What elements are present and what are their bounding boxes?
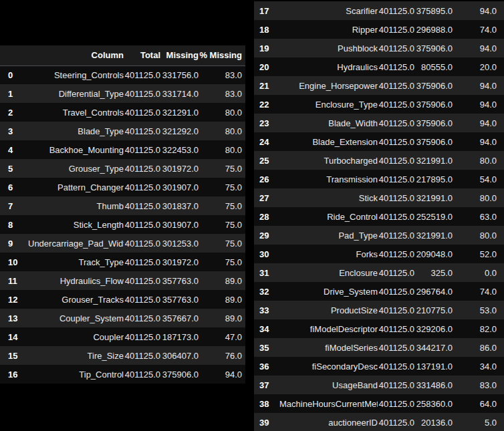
cell-total: 401125.0 <box>378 376 414 394</box>
table-row: 3Blade_Type401125.0321292.080.0 <box>0 122 245 140</box>
cell-pct-missing: 47.0 <box>199 327 245 346</box>
cell-total: 401125.0 <box>378 188 414 207</box>
header-total: Total <box>124 45 160 65</box>
table-row: 16Tip_Control401125.0375906.094.0 <box>0 365 245 384</box>
table-row: 21Engine_Horsepower401125.0375906.094.0 <box>254 76 504 95</box>
cell-total: 401125.0 <box>378 319 414 338</box>
row-index: 3 <box>0 122 28 140</box>
row-index: 4 <box>0 140 28 159</box>
cell-missing: 20136.0 <box>414 413 453 431</box>
table-row: 38MachineHoursCurrentMeter401125.0258360… <box>254 394 504 413</box>
row-index: 27 <box>254 188 279 207</box>
cell-column: Blade_Type <box>28 122 124 140</box>
table-row: 14Coupler401125.0187173.047.0 <box>0 327 245 346</box>
cell-pct-missing: 82.0 <box>453 319 504 338</box>
table-row: 35fiModelSeries401125.0344217.086.0 <box>254 338 504 357</box>
table-row: 29Pad_Type401125.0321991.080.0 <box>254 226 504 245</box>
cell-total: 401125.0 <box>378 39 414 57</box>
cell-missing: 301907.0 <box>160 215 199 234</box>
cell-total: 401125.0 <box>378 95 414 114</box>
cell-missing: 80555.0 <box>414 57 453 76</box>
cell-total: 401125.0 <box>124 140 160 159</box>
cell-column: Forks <box>279 245 378 263</box>
cell-column: Hydraulics_Flow <box>28 271 124 290</box>
cell-column: Enclosure_Type <box>279 95 378 114</box>
cell-pct-missing: 75.0 <box>199 215 245 234</box>
table-header: Column Total Missing % Missing <box>0 45 245 65</box>
cell-pct-missing: 53.0 <box>453 301 504 319</box>
table-row: 22Enclosure_Type401125.0375906.094.0 <box>254 95 504 114</box>
row-index: 28 <box>254 207 279 226</box>
row-index: 38 <box>254 394 279 413</box>
row-index: 13 <box>0 309 28 327</box>
cell-pct-missing: 75.0 <box>199 159 245 178</box>
table-row: 12Grouser_Tracks401125.0357763.089.0 <box>0 290 245 309</box>
cell-missing: 375906.0 <box>414 132 453 151</box>
cell-total: 401125.0 <box>124 159 160 178</box>
cell-pct-missing: 75.0 <box>199 196 245 215</box>
cell-pct-missing: 86.0 <box>453 338 504 357</box>
row-index: 29 <box>254 226 279 245</box>
row-index: 5 <box>0 159 28 178</box>
table-row: 24Blade_Extension401125.0375906.094.0 <box>254 132 504 151</box>
row-index: 26 <box>254 170 279 188</box>
cell-missing: 375906.0 <box>414 39 453 57</box>
row-index: 6 <box>0 178 28 196</box>
table-row: 30Forks401125.0209048.052.0 <box>254 245 504 263</box>
row-index: 11 <box>0 271 28 290</box>
cell-column: Stick_Length <box>28 215 124 234</box>
row-index: 19 <box>254 39 279 57</box>
table-row: 27Stick401125.0321991.080.0 <box>254 188 504 207</box>
table-row: 2Travel_Controls401125.0321291.080.0 <box>0 103 245 122</box>
row-index: 32 <box>254 282 279 301</box>
table-body-left: 0Steering_Controls401125.0331756.083.01D… <box>0 65 245 384</box>
table-body-right: 17Scarifier401125.0375895.094.018Ripper4… <box>254 1 504 431</box>
cell-missing: 321991.0 <box>414 188 453 207</box>
cell-pct-missing: 94.0 <box>453 95 504 114</box>
cell-pct-missing: 89.0 <box>199 290 245 309</box>
cell-pct-missing: 64.0 <box>453 394 504 413</box>
cell-missing: 187173.0 <box>160 327 199 346</box>
cell-total: 401125.0 <box>124 215 160 234</box>
cell-missing: 375906.0 <box>160 365 199 384</box>
cell-total: 401125.0 <box>124 178 160 196</box>
cell-pct-missing: 74.0 <box>453 282 504 301</box>
cell-total: 401125.0 <box>124 122 160 140</box>
row-index: 8 <box>0 215 28 234</box>
cell-column: fiSecondaryDesc <box>279 357 378 376</box>
missing-values-table-left: Column Total Missing % Missing 0Steering… <box>0 45 245 384</box>
dataframe-panel-left: Column Total Missing % Missing 0Steering… <box>0 45 245 384</box>
cell-pct-missing: 94.0 <box>453 76 504 95</box>
cell-pct-missing: 83.0 <box>199 65 245 84</box>
row-index: 24 <box>254 132 279 151</box>
cell-column: Thumb <box>28 196 124 215</box>
header-column: Column <box>28 45 124 65</box>
cell-column: UsageBand <box>279 376 378 394</box>
cell-total: 401125.0 <box>378 114 414 132</box>
row-index: 1 <box>0 84 28 103</box>
header-missing: Missing <box>160 45 199 65</box>
cell-missing: 331756.0 <box>160 65 199 84</box>
cell-pct-missing: 80.0 <box>199 122 245 140</box>
cell-pct-missing: 75.0 <box>199 178 245 196</box>
table-row: 10Track_Type401125.0301972.075.0 <box>0 253 245 271</box>
table-row: 33ProductSize401125.0210775.053.0 <box>254 301 504 319</box>
cell-total: 401125.0 <box>378 357 414 376</box>
cell-missing: 375906.0 <box>414 114 453 132</box>
cell-missing: 321991.0 <box>414 226 453 245</box>
cell-missing: 325.0 <box>414 263 453 282</box>
cell-total: 401125.0 <box>378 226 414 245</box>
table-row: 17Scarifier401125.0375895.094.0 <box>254 1 504 20</box>
cell-missing: 301837.0 <box>160 196 199 215</box>
cell-column: Coupler <box>28 327 124 346</box>
table-row: 8Stick_Length401125.0301907.075.0 <box>0 215 245 234</box>
table-row: 7Thumb401125.0301837.075.0 <box>0 196 245 215</box>
cell-column: Engine_Horsepower <box>279 76 378 95</box>
table-row: 25Turbocharged401125.0321991.080.0 <box>254 151 504 170</box>
table-row: 1Differential_Type401125.0331714.083.0 <box>0 84 245 103</box>
cell-column: fiModelDescriptor <box>279 319 378 338</box>
row-index: 16 <box>0 365 28 384</box>
cell-column: Grouser_Type <box>28 159 124 178</box>
row-index: 22 <box>254 95 279 114</box>
table-row: 11Hydraulics_Flow401125.0357763.089.0 <box>0 271 245 290</box>
